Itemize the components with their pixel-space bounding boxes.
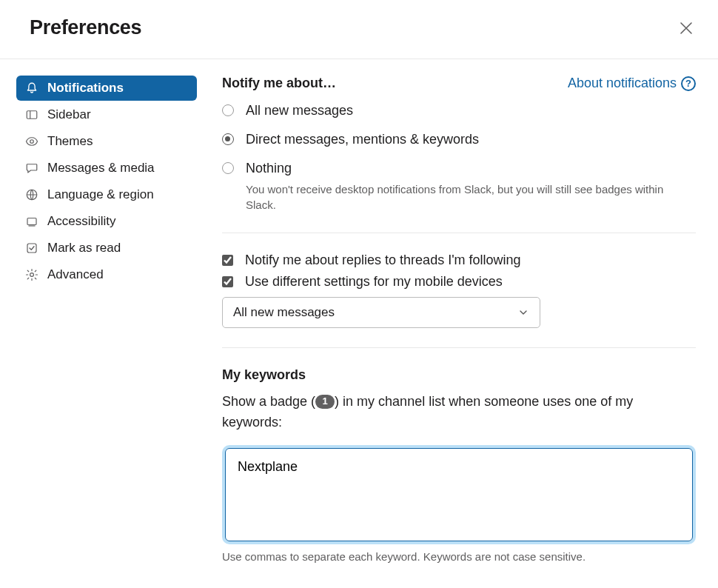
eye-icon <box>25 135 38 148</box>
notify-section-title: Notify me about… <box>222 76 336 91</box>
main-panel: Notify me about… About notifications ? A… <box>207 59 718 584</box>
keywords-input[interactable] <box>225 448 693 541</box>
sidebar-item-label: Advanced <box>47 267 104 282</box>
checkbox-thread-label: Notify me about replies to threads I'm f… <box>245 253 521 268</box>
sidebar-item-label: Accessibility <box>47 214 116 229</box>
checkbox-mobile-settings[interactable] <box>222 276 233 287</box>
mobile-notification-select[interactable]: All new messages <box>222 297 540 328</box>
radio-nothing-label: Nothing <box>246 159 696 178</box>
check-square-icon <box>25 241 38 255</box>
keywords-title: My keywords <box>222 367 696 383</box>
about-link-label: About notifications <box>568 76 677 91</box>
keywords-hint: Use commas to separate each keyword. Key… <box>222 550 696 563</box>
close-button[interactable] <box>677 19 696 38</box>
about-notifications-link[interactable]: About notifications ? <box>568 76 696 91</box>
divider <box>222 233 696 233</box>
sidebar-item-advanced[interactable]: Advanced <box>16 262 197 287</box>
sidebar-layout-icon <box>25 108 38 121</box>
keywords-textarea-wrapper <box>222 445 696 544</box>
radio-nothing-desc: You won't receive desktop notifications … <box>246 181 696 214</box>
sidebar-item-label: Mark as read <box>47 241 121 255</box>
svg-point-2 <box>30 140 34 144</box>
select-value: All new messages <box>233 305 335 320</box>
radio-dm-mentions[interactable] <box>222 133 234 145</box>
radio-row-nothing[interactable]: Nothing You won't receive desktop notifi… <box>222 159 696 213</box>
sidebar-item-label: Themes <box>47 134 93 149</box>
sidebar-item-mark-as-read[interactable]: Mark as read <box>16 235 197 261</box>
radio-nothing[interactable] <box>222 162 234 174</box>
page-title: Preferences <box>30 16 141 39</box>
radio-dm-label: Direct messages, mentions & keywords <box>246 130 479 149</box>
sidebar-item-label: Language & region <box>47 187 154 202</box>
badge-count: 1 <box>315 395 335 409</box>
sidebar-item-sidebar[interactable]: Sidebar <box>16 102 197 127</box>
window-header: Preferences <box>0 0 718 59</box>
radio-all-label: All new messages <box>246 101 353 120</box>
radio-all-messages[interactable] <box>222 104 234 116</box>
sidebar-item-label: Notifications <box>47 81 124 96</box>
gear-icon <box>25 268 38 281</box>
sidebar-item-notifications[interactable]: Notifications <box>16 76 197 101</box>
accessibility-icon <box>25 215 38 228</box>
divider <box>222 347 696 348</box>
svg-rect-0 <box>27 111 37 119</box>
sidebar-item-label: Messages & media <box>47 161 155 176</box>
check-row-mobile[interactable]: Use different settings for my mobile dev… <box>222 274 696 290</box>
check-row-threads[interactable]: Notify me about replies to threads I'm f… <box>222 253 696 268</box>
checkbox-thread-replies[interactable] <box>222 255 233 266</box>
sidebar: Notifications Sidebar Themes Messages & … <box>0 59 207 584</box>
keywords-description: Show a badge (1) in my channel list when… <box>222 392 696 433</box>
sidebar-item-accessibility[interactable]: Accessibility <box>16 209 197 234</box>
svg-rect-5 <box>27 244 36 253</box>
help-icon: ? <box>681 76 696 91</box>
svg-rect-4 <box>27 218 36 225</box>
svg-point-6 <box>30 273 34 277</box>
globe-icon <box>25 188 38 201</box>
sidebar-item-themes[interactable]: Themes <box>16 129 197 154</box>
sidebar-item-label: Sidebar <box>47 107 91 122</box>
radio-row-dm[interactable]: Direct messages, mentions & keywords <box>222 130 696 149</box>
chevron-down-icon <box>517 307 529 318</box>
close-icon <box>680 21 693 35</box>
radio-row-all[interactable]: All new messages <box>222 101 696 120</box>
sidebar-item-language-region[interactable]: Language & region <box>16 182 197 207</box>
bell-icon <box>25 81 38 95</box>
sidebar-item-messages-media[interactable]: Messages & media <box>16 156 197 181</box>
checkbox-mobile-label: Use different settings for my mobile dev… <box>245 274 503 290</box>
chat-icon <box>25 161 38 175</box>
